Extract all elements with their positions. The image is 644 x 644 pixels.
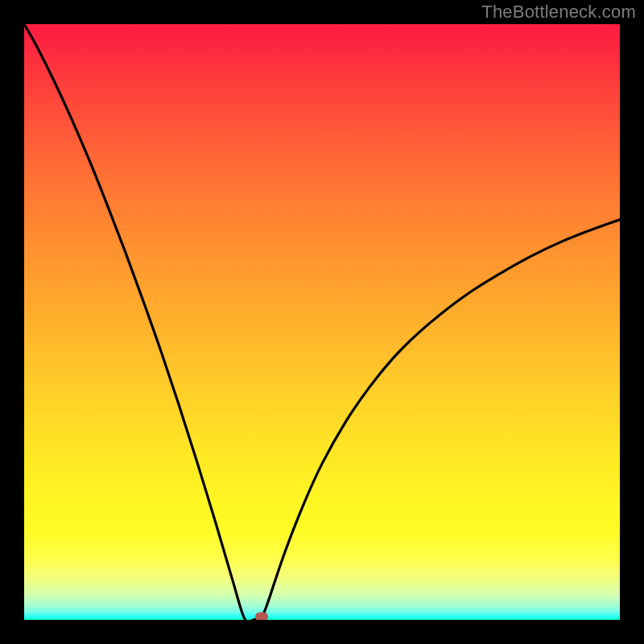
plot-area <box>24 24 620 620</box>
chart-frame: TheBottleneck.com <box>0 0 644 644</box>
curve-path <box>24 24 620 620</box>
watermark-text: TheBottleneck.com <box>481 2 636 23</box>
optimum-marker <box>255 612 268 620</box>
bottleneck-curve <box>24 24 620 620</box>
